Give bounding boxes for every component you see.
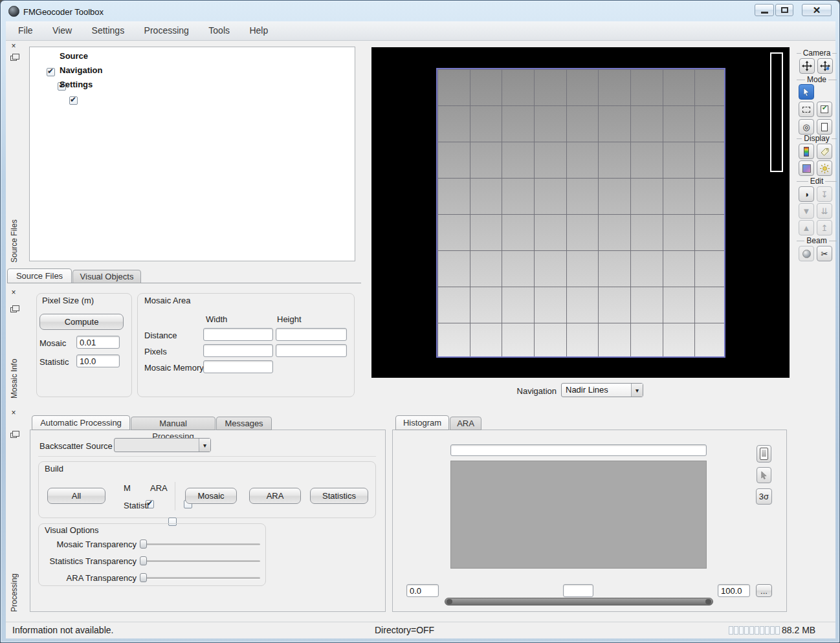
tab-messages[interactable]: Messages bbox=[216, 417, 272, 430]
slider-thumb[interactable] bbox=[140, 539, 147, 549]
double-down-icon: ⇊ bbox=[821, 206, 828, 216]
tree-item-source[interactable]: Source bbox=[60, 51, 88, 61]
move-arrows-icon bbox=[802, 61, 812, 71]
mode-edit-check-button[interactable] bbox=[817, 102, 832, 117]
mode-section-label: Mode bbox=[797, 75, 837, 84]
all-button[interactable]: All bbox=[47, 488, 105, 504]
mode-report-button[interactable] bbox=[817, 119, 832, 135]
menu-tools[interactable]: Tools bbox=[200, 21, 238, 40]
edit-move-down-button[interactable]: ▼ bbox=[799, 203, 814, 219]
dock-close-button[interactable]: × bbox=[9, 289, 18, 296]
combo-arrow-icon[interactable]: ▾ bbox=[199, 439, 210, 452]
scene-viewport[interactable] bbox=[371, 47, 790, 378]
dock-close-button[interactable]: × bbox=[9, 42, 18, 50]
menu-view[interactable]: View bbox=[44, 21, 80, 40]
slider-right-handle[interactable] bbox=[705, 599, 711, 604]
distance-width-input[interactable] bbox=[203, 328, 273, 341]
slider-thumb[interactable] bbox=[140, 573, 147, 582]
mode-select-button[interactable] bbox=[799, 84, 814, 100]
histogram-range-input[interactable] bbox=[450, 444, 707, 456]
dock-float-icon[interactable] bbox=[10, 56, 17, 61]
mode-rect-select-button[interactable] bbox=[799, 102, 814, 117]
statistic-pixel-input[interactable] bbox=[76, 354, 120, 367]
menu-help[interactable]: Help bbox=[241, 21, 276, 40]
histogram-range-slider[interactable] bbox=[445, 598, 713, 605]
half-circle-icon: ◑ bbox=[804, 190, 809, 199]
tree-item-navigation[interactable]: Navigation bbox=[60, 65, 102, 75]
build-mosaic-button[interactable]: Mosaic bbox=[185, 488, 237, 504]
edit-import-button[interactable]: ↧ bbox=[817, 186, 832, 202]
display-shade-button[interactable] bbox=[799, 160, 814, 176]
pixels-height-input[interactable] bbox=[276, 344, 347, 357]
pick-cursor-button[interactable] bbox=[757, 467, 771, 483]
more-button[interactable]: ... bbox=[756, 584, 772, 597]
menu-processing[interactable]: Processing bbox=[136, 21, 197, 40]
dock-label-processing[interactable]: Processing bbox=[9, 431, 19, 612]
app-window: FMGeocoder Toolbox ✕ File View Settings … bbox=[0, 0, 840, 643]
mosaic-pixel-input[interactable] bbox=[76, 336, 120, 349]
colormap-button[interactable] bbox=[757, 445, 771, 463]
dock-label-mosaic-info[interactable]: Mosaic Info bbox=[9, 311, 19, 398]
close-button[interactable]: ✕ bbox=[802, 4, 832, 16]
dock-label-source-files[interactable]: Source Files bbox=[9, 65, 19, 263]
build-statistics-button[interactable]: Statistics bbox=[310, 488, 368, 504]
display-colorbar-button[interactable] bbox=[799, 144, 814, 159]
memory-gauge-cell bbox=[765, 626, 769, 635]
menu-file[interactable]: File bbox=[10, 21, 41, 40]
tree-checkbox-settings[interactable]: ✔ bbox=[69, 96, 78, 105]
slider-left-handle[interactable] bbox=[447, 599, 452, 604]
combo-arrow-icon[interactable]: ▾ bbox=[631, 384, 643, 397]
histogram-mid-input[interactable] bbox=[563, 584, 593, 597]
tab-histogram[interactable]: Histogram bbox=[395, 415, 449, 430]
distance-height-input[interactable] bbox=[276, 328, 347, 341]
statistic-pixel-label: Statistic bbox=[39, 357, 69, 367]
tab-manual-processing[interactable]: Manual Processing bbox=[131, 417, 216, 430]
tab-source-files[interactable]: Source Files bbox=[7, 268, 72, 283]
slider-track[interactable] bbox=[140, 543, 260, 545]
tab-visual-objects[interactable]: Visual Objects bbox=[72, 270, 141, 283]
tree-item-settings[interactable]: Settings bbox=[60, 80, 93, 89]
tab-automatic-processing[interactable]: Automatic Processing bbox=[32, 415, 130, 430]
mosaic-memory-input[interactable] bbox=[203, 360, 273, 373]
edit-move-up-button[interactable]: ▲ bbox=[799, 220, 814, 235]
beam-cut-button[interactable]: ✂ bbox=[817, 246, 832, 261]
dock-close-button[interactable]: × bbox=[9, 409, 18, 417]
build-checkbox-statistics-label: Statisti bbox=[124, 501, 149, 510]
mosaic-grid[interactable] bbox=[436, 68, 725, 358]
mosaic-transparency-slider[interactable] bbox=[140, 539, 260, 549]
display-illumination-button[interactable] bbox=[817, 160, 832, 176]
visual-options-title: Visual Options bbox=[45, 525, 99, 535]
histogram-max-input[interactable] bbox=[718, 584, 750, 597]
maximize-button[interactable] bbox=[775, 4, 793, 16]
navigation-label: Navigation bbox=[515, 386, 557, 396]
navigation-combo[interactable]: Nadir Lines ▾ bbox=[561, 383, 643, 397]
statistics-transparency-slider[interactable] bbox=[140, 556, 260, 566]
build-ara-button[interactable]: ARA bbox=[249, 488, 301, 504]
minimize-button[interactable] bbox=[755, 4, 774, 16]
backscatter-source-combo[interactable]: ▾ bbox=[114, 438, 211, 452]
camera-orbit-button[interactable] bbox=[817, 58, 833, 74]
edit-move-top-button[interactable]: ↥ bbox=[817, 220, 832, 235]
navigation-value: Nadir Lines bbox=[562, 384, 631, 397]
slider-thumb[interactable] bbox=[140, 556, 147, 565]
compute-button[interactable]: Compute bbox=[39, 314, 124, 330]
edit-contrast-button[interactable]: ◑ bbox=[799, 186, 814, 202]
pixels-width-input[interactable] bbox=[203, 344, 273, 357]
edit-move-bottom-button[interactable]: ⇊ bbox=[817, 203, 832, 219]
build-checkbox-ara-label: ARA bbox=[150, 483, 168, 493]
tab-ara[interactable]: ARA bbox=[450, 417, 481, 430]
slider-track[interactable] bbox=[140, 577, 260, 579]
close-icon: ✕ bbox=[813, 5, 821, 15]
menu-settings[interactable]: Settings bbox=[83, 21, 133, 40]
histogram-plot-area[interactable] bbox=[450, 461, 707, 569]
display-tag-button[interactable] bbox=[817, 144, 832, 159]
tag-icon bbox=[820, 147, 830, 157]
slider-track[interactable] bbox=[140, 560, 260, 562]
sigma-button[interactable]: 3σ bbox=[756, 488, 772, 505]
tree-checkbox-source[interactable]: ✔ bbox=[47, 68, 55, 76]
beam-sphere-button[interactable] bbox=[799, 246, 814, 261]
histogram-min-input[interactable] bbox=[406, 584, 439, 597]
ara-transparency-slider[interactable] bbox=[140, 572, 260, 583]
camera-pan-button[interactable] bbox=[799, 58, 815, 74]
mode-target-button[interactable]: ◎ bbox=[799, 119, 814, 135]
